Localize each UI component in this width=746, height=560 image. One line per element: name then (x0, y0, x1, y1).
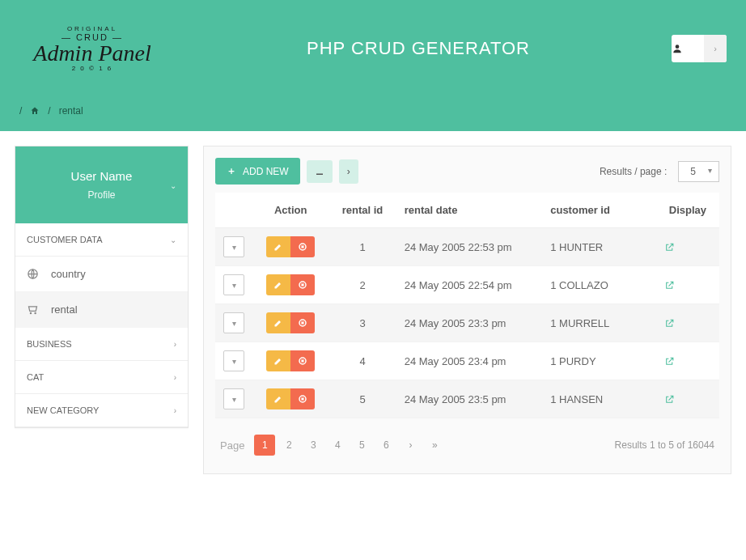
results-per-page-label: Results / page : (600, 166, 667, 177)
sidebar-item-country[interactable]: country (15, 257, 188, 292)
breadcrumb: / / rental (0, 97, 746, 131)
page-next[interactable]: › (400, 435, 421, 456)
category-label: CUSTOMER DATA (27, 235, 103, 244)
cart-icon (27, 303, 40, 316)
logo: ORIGINAL — CRUD — Admin Panel 2 0 © 1 6 (19, 25, 165, 72)
svg-point-0 (676, 45, 680, 49)
results-per-page-select[interactable]: 5 (678, 161, 719, 182)
chevron-right-icon: › (174, 373, 176, 382)
export-more-button[interactable]: › (339, 159, 358, 184)
chevron-down-icon: ⌄ (170, 180, 176, 189)
breadcrumb-home[interactable] (30, 106, 40, 116)
nav-item-label: rental (51, 303, 78, 316)
cell-rental-id: 5 (328, 380, 396, 418)
content-panel: ＋ ADD NEW › Results / page : 5 Action re… (203, 146, 731, 474)
add-new-button[interactable]: ＋ ADD NEW (215, 158, 300, 185)
category-label: CAT (27, 372, 44, 382)
row-expand-button[interactable]: ▾ (223, 350, 244, 371)
table-row: ▾124 May 2005 22:53 pm1 HUNTER (215, 228, 719, 266)
sidebar-user-card[interactable]: User Name Profile ⌄ (15, 146, 188, 223)
row-expand-button[interactable]: ▾ (223, 312, 244, 333)
display-link[interactable] (664, 280, 711, 291)
cell-rental-date: 24 May 2005 23:5 pm (396, 380, 543, 418)
cell-rental-date: 24 May 2005 23:4 pm (396, 342, 543, 380)
data-table: Action rental id rental date customer id… (215, 193, 719, 418)
cell-customer-id: 1 MURRELL (542, 304, 632, 342)
row-expand-button[interactable]: ▾ (223, 236, 244, 257)
cell-rental-id: 2 (328, 266, 396, 304)
edit-button[interactable] (266, 388, 290, 409)
cell-customer-id: 1 HUNTER (542, 228, 632, 266)
cell-rental-date: 24 May 2005 22:54 pm (396, 266, 543, 304)
breadcrumb-sep: / (19, 105, 22, 117)
page-2[interactable]: 2 (278, 435, 299, 456)
page-6[interactable]: 6 (375, 435, 396, 456)
cell-rental-date: 24 May 2005 23:3 pm (396, 304, 543, 342)
delete-button[interactable] (290, 388, 315, 409)
logo-line3: Admin Panel (33, 42, 150, 65)
table-row: ▾524 May 2005 23:5 pm1 HANSEN (215, 380, 719, 418)
user-icon (672, 43, 704, 54)
chevron-right-icon: › (704, 35, 727, 62)
export-button[interactable] (307, 160, 333, 183)
col-action: Action (252, 193, 328, 228)
row-expand-button[interactable]: ▾ (223, 274, 244, 295)
display-link[interactable] (664, 394, 711, 405)
page-4[interactable]: 4 (327, 435, 348, 456)
edit-button[interactable] (266, 312, 290, 333)
chevron-right-icon: › (174, 340, 176, 349)
sidebar-item-rental[interactable]: rental (15, 292, 188, 328)
sidebar-category-new-category[interactable]: NEW CATEGORY› (15, 394, 188, 427)
toolbar: ＋ ADD NEW › Results / page : 5 (215, 158, 719, 185)
delete-button[interactable] (290, 312, 315, 333)
display-link[interactable] (664, 356, 711, 367)
table-footer: Page 123456 › » Results 1 to 5 of 16044 (215, 418, 719, 462)
display-link[interactable] (664, 242, 711, 252)
sidebar: User Name Profile ⌄ CUSTOMER DATA⌄countr… (15, 146, 189, 428)
page-label: Page (220, 439, 244, 452)
sidebar-user-profile: Profile (23, 189, 180, 201)
plus-icon: ＋ (227, 164, 236, 178)
edit-button[interactable] (266, 350, 290, 371)
app-header: ORIGINAL — CRUD — Admin Panel 2 0 © 1 6 … (0, 0, 746, 97)
page-1[interactable]: 1 (254, 435, 275, 456)
page-title: PHP CRUD GENERATOR (165, 38, 672, 59)
col-rental-id[interactable]: rental id (328, 193, 396, 228)
cell-customer-id: 1 COLLAZO (542, 266, 632, 304)
add-new-label: ADD NEW (243, 166, 289, 177)
row-expand-button[interactable]: ▾ (223, 388, 244, 409)
edit-button[interactable] (266, 274, 290, 295)
breadcrumb-current: rental (59, 105, 83, 117)
cell-rental-id: 1 (328, 228, 396, 266)
results-per-page-value: 5 (690, 166, 696, 177)
chevron-right-icon: › (174, 406, 176, 415)
cell-customer-id: 1 HANSEN (542, 380, 632, 418)
page-last[interactable]: » (424, 435, 445, 456)
sidebar-user-name: User Name (23, 169, 180, 183)
results-summary: Results 1 to 5 of 16044 (615, 439, 714, 451)
col-rental-date[interactable]: rental date (396, 193, 543, 228)
breadcrumb-sep: / (48, 105, 50, 117)
sidebar-category-business[interactable]: BUSINESS› (15, 328, 188, 361)
category-label: NEW CATEGORY (27, 405, 99, 415)
cell-rental-date: 24 May 2005 22:53 pm (396, 228, 543, 266)
col-customer-id[interactable]: customer id (542, 193, 632, 228)
delete-button[interactable] (290, 350, 315, 371)
col-display: Display (656, 193, 719, 228)
table-row: ▾224 May 2005 22:54 pm1 COLLAZO (215, 266, 719, 304)
chevron-down-icon: ⌄ (170, 235, 176, 244)
sidebar-category-customer-data[interactable]: CUSTOMER DATA⌄ (15, 223, 188, 257)
globe-icon (27, 268, 40, 280)
page-5[interactable]: 5 (351, 435, 372, 456)
page-3[interactable]: 3 (303, 435, 324, 456)
logo-line1: ORIGINAL (33, 25, 150, 32)
display-link[interactable] (664, 318, 711, 329)
delete-button[interactable] (290, 274, 315, 295)
user-menu-button[interactable]: › (672, 35, 727, 62)
sidebar-category-cat[interactable]: CAT› (15, 361, 188, 394)
edit-button[interactable] (266, 236, 290, 257)
cell-rental-id: 3 (328, 304, 396, 342)
category-label: BUSINESS (27, 339, 72, 349)
delete-button[interactable] (290, 236, 315, 257)
table-row: ▾424 May 2005 23:4 pm1 PURDY (215, 342, 719, 380)
